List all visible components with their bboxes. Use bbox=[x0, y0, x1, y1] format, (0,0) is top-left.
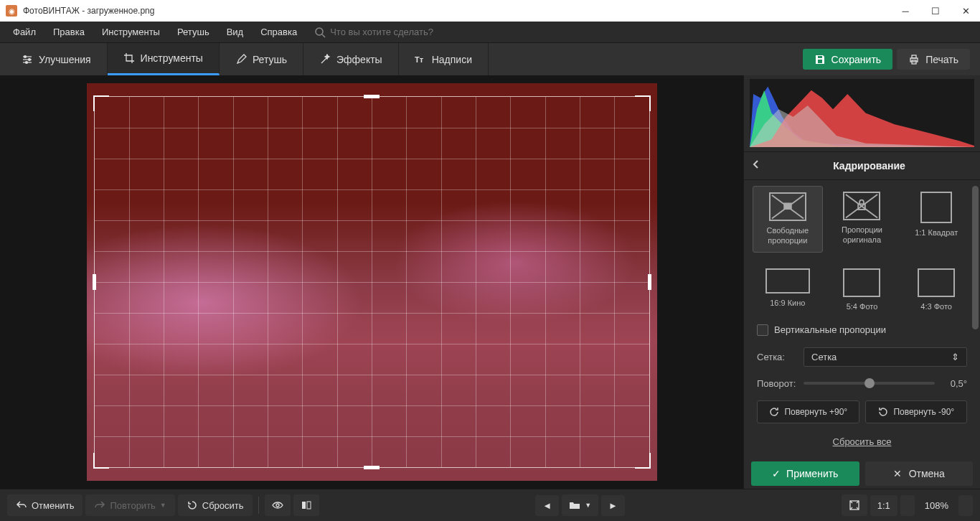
preset-169[interactable]: 16:9 Кино bbox=[753, 263, 823, 317]
preset-label: Пропорции оригинала bbox=[829, 225, 896, 245]
lock-ratio-icon bbox=[843, 192, 880, 220]
undo-icon bbox=[16, 499, 27, 511]
tab-retouch[interactable]: Ретушь bbox=[220, 43, 303, 75]
redo-icon bbox=[94, 499, 105, 511]
menu-retouch[interactable]: Ретушь bbox=[170, 24, 217, 40]
menu-file[interactable]: Файл bbox=[6, 24, 43, 40]
print-label: Печать bbox=[925, 54, 958, 65]
dropdown-icon: ⇕ bbox=[951, 352, 959, 362]
maximize-button[interactable]: ☐ bbox=[927, 2, 944, 19]
rotate-cw-button[interactable]: Повернуть +90° bbox=[757, 400, 859, 423]
folder-button[interactable]: ▼ bbox=[562, 494, 598, 516]
preset-square[interactable]: 1:1 Квадрат bbox=[901, 186, 971, 253]
brush-icon bbox=[235, 54, 247, 65]
chevron-right-icon: ► bbox=[608, 500, 618, 511]
scrollbar-thumb[interactable] bbox=[972, 186, 979, 329]
vertical-label: Вертикальные пропорции bbox=[774, 324, 886, 335]
save-icon bbox=[814, 54, 826, 65]
crop-handle-top[interactable] bbox=[364, 95, 380, 98]
folder-next-button[interactable]: ► bbox=[601, 495, 625, 516]
fit-icon bbox=[849, 499, 860, 511]
svg-point-5 bbox=[24, 55, 27, 57]
check-icon: ✓ bbox=[772, 468, 781, 479]
rotate-slider[interactable] bbox=[804, 382, 935, 385]
undo-label: Отменить bbox=[32, 500, 74, 511]
preset-43[interactable]: 4:3 Фото bbox=[901, 263, 971, 317]
grid-select[interactable]: Сетка ⇕ bbox=[804, 347, 967, 367]
zoom-out-button[interactable] bbox=[900, 495, 915, 516]
crop-handle-tl[interactable] bbox=[93, 95, 109, 111]
eye-button[interactable] bbox=[265, 494, 291, 516]
undo-button[interactable]: Отменить bbox=[7, 494, 83, 516]
preset-original[interactable]: Пропорции оригинала bbox=[827, 186, 897, 253]
crop-overlay[interactable] bbox=[94, 96, 650, 468]
slider-knob[interactable] bbox=[864, 378, 875, 388]
ratio-43-icon bbox=[918, 268, 955, 297]
crop-handle-left[interactable] bbox=[93, 274, 96, 290]
square-icon bbox=[920, 192, 952, 223]
rotate-ccw-button[interactable]: Повернуть -90° bbox=[865, 400, 968, 423]
apply-button[interactable]: ✓ Применить bbox=[751, 461, 859, 486]
tab-effects[interactable]: Эффекты bbox=[303, 43, 399, 75]
crop-handle-bl[interactable] bbox=[93, 453, 109, 469]
minimize-button[interactable]: ─ bbox=[897, 2, 914, 19]
save-button[interactable]: Сохранить bbox=[803, 49, 893, 70]
menu-view[interactable]: Вид bbox=[220, 24, 251, 40]
title-bar: ◉ ФотоВИНТАЖ - загруженное.png ─ ☐ ✕ bbox=[0, 0, 980, 22]
image-preview bbox=[87, 83, 657, 481]
tab-label: Эффекты bbox=[336, 54, 382, 65]
vertical-checkbox[interactable] bbox=[757, 324, 768, 336]
canvas-area[interactable] bbox=[0, 75, 743, 489]
crop-icon bbox=[123, 52, 135, 64]
reset-all-link[interactable]: Сбросить все bbox=[833, 436, 892, 447]
zoom-level[interactable]: 108% bbox=[918, 495, 956, 516]
rotate-ccw-label: Повернуть -90° bbox=[893, 407, 954, 417]
ratio-11-button[interactable]: 1:1 bbox=[870, 495, 897, 516]
redo-label: Повторить bbox=[110, 500, 155, 511]
crop-handle-right[interactable] bbox=[648, 274, 651, 290]
ratio-169-icon bbox=[765, 268, 810, 294]
wand-icon bbox=[319, 54, 331, 65]
tab-enhance[interactable]: Улучшения bbox=[6, 43, 108, 75]
free-crop-icon bbox=[769, 192, 806, 221]
menu-edit[interactable]: Правка bbox=[46, 24, 92, 40]
compare-button[interactable] bbox=[293, 494, 319, 516]
close-button[interactable]: ✕ bbox=[957, 2, 974, 19]
svg-point-0 bbox=[316, 28, 323, 35]
panel-header: Кадрирование bbox=[744, 151, 980, 180]
preset-label: 4:3 Фото bbox=[920, 301, 952, 311]
svg-rect-10 bbox=[912, 55, 916, 58]
zoom-in-button[interactable] bbox=[958, 495, 973, 516]
crop-handle-br[interactable] bbox=[635, 453, 651, 469]
print-button[interactable]: Печать bbox=[897, 49, 970, 70]
cancel-button[interactable]: ✕ Отмена bbox=[865, 461, 974, 486]
rotate-label: Поворот: bbox=[757, 378, 796, 389]
menu-tools[interactable]: Инструменты bbox=[95, 24, 167, 40]
right-panel: Кадрирование Свободные пропорции Пропорц… bbox=[743, 75, 980, 489]
reset-icon bbox=[187, 499, 198, 511]
folder-prev-button[interactable]: ◄ bbox=[535, 495, 559, 516]
panel-title: Кадрирование bbox=[767, 160, 971, 172]
preset-54[interactable]: 5:4 Фото bbox=[827, 263, 897, 317]
ratio-54-icon bbox=[843, 268, 880, 297]
fit-button[interactable] bbox=[842, 494, 867, 516]
crop-grid bbox=[95, 97, 649, 467]
menu-help[interactable]: Справка bbox=[253, 24, 304, 40]
preset-free[interactable]: Свободные пропорции bbox=[753, 186, 823, 253]
svg-text:Tт: Tт bbox=[415, 55, 424, 64]
crop-handle-tr[interactable] bbox=[635, 95, 651, 111]
histogram[interactable] bbox=[750, 79, 974, 147]
preset-label: 16:9 Кино bbox=[770, 298, 805, 308]
search-input[interactable] bbox=[330, 27, 473, 37]
panel-body: Свободные пропорции Пропорции оригинала … bbox=[744, 180, 980, 457]
tab-tools[interactable]: Инструменты bbox=[108, 43, 220, 75]
redo-button[interactable]: Повторить ▼ bbox=[85, 494, 174, 516]
rotate-ccw-icon bbox=[877, 406, 889, 418]
svg-line-1 bbox=[322, 34, 325, 37]
crop-handle-bottom[interactable] bbox=[364, 466, 380, 469]
svg-rect-15 bbox=[302, 502, 306, 509]
reset-button[interactable]: Сбросить bbox=[178, 494, 253, 516]
svg-rect-16 bbox=[307, 502, 311, 509]
tab-text[interactable]: Tт Надписи bbox=[399, 43, 489, 75]
back-button[interactable] bbox=[753, 159, 767, 172]
